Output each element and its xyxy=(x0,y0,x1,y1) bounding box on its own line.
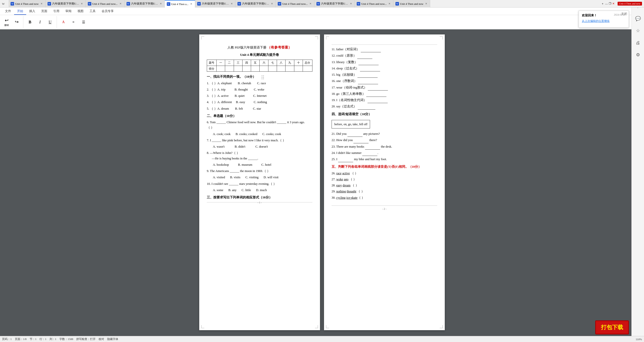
q11-line xyxy=(361,47,381,52)
q12: 12. could（原形） xyxy=(332,53,437,59)
tab-label-1: 六年级英语下学期Uni... xyxy=(52,2,79,6)
tab-close-5[interactable]: ✕ xyxy=(230,2,233,6)
tab-2[interactable]: WUnit 4 Then and now...✕ xyxy=(86,0,125,8)
tab-close-10[interactable]: ✕ xyxy=(424,2,428,6)
tab-9[interactable]: WUnit 4 Then and now...✕ xyxy=(355,0,393,8)
tab-10[interactable]: WUnit 4 Then and now✕ xyxy=(393,0,430,8)
font-color-btn[interactable]: A xyxy=(59,19,68,25)
ribbon-tab-insert[interactable]: 插入 xyxy=(26,8,38,15)
tab-close-4[interactable]: ✕ xyxy=(189,2,193,6)
right-sidebar: ↑ 💬 ☆ 🖨 ⚙ xyxy=(631,0,644,342)
q9-a: A. visited xyxy=(213,175,225,180)
bottom-line-r xyxy=(332,205,437,206)
q18-line xyxy=(366,91,386,97)
table-score-total xyxy=(303,66,312,72)
ribbon-tab-home[interactable]: 开始 xyxy=(14,8,26,15)
top-line xyxy=(332,45,437,45)
tab-icon-8: W xyxy=(316,2,320,6)
right-page: 11. father（对应词） 12. could（原形） 13. librar… xyxy=(324,34,445,330)
ribbon-tab-references[interactable]: 引用 xyxy=(50,8,62,15)
table-score-3 xyxy=(234,66,242,72)
q6-text: 6. Tom ______ Chinese food well now. But… xyxy=(207,120,312,125)
table-header-2: 二 xyxy=(225,60,234,66)
tab-5[interactable]: W六年级英语下学期Uni...✕ xyxy=(195,0,235,8)
bold-btn[interactable]: B xyxy=(25,19,34,25)
tab-6[interactable]: W六年级英语下学期Uni...✕ xyxy=(235,0,276,8)
q10-c: C. little xyxy=(242,188,251,193)
ribbon-tab-page[interactable]: 页面 xyxy=(38,8,50,15)
tab-label-3: 六年级英语下学期Uni... xyxy=(131,2,158,6)
tab-icon-2: W xyxy=(88,2,91,6)
table-score-10 xyxy=(294,66,303,72)
tab-close-2[interactable]: ✕ xyxy=(119,2,122,6)
underline-btn[interactable]: U xyxy=(46,19,55,25)
redo-icon: ↪ xyxy=(15,19,19,25)
q12-num: 12. could（原形） xyxy=(332,54,356,57)
tab-close-6[interactable]: ✕ xyxy=(270,2,273,6)
close-btn[interactable]: ✕ xyxy=(612,2,615,5)
q7-a: A. wasn't xyxy=(213,144,225,149)
q6-c: C. cooks; cook xyxy=(262,132,281,137)
ribbon-tab-review[interactable]: 审阅 xyxy=(62,8,74,15)
corner-tl xyxy=(201,36,204,39)
q1-num: 1. （ ）A. elephant xyxy=(207,81,232,86)
q3-num: 3. （ ）A. active xyxy=(207,93,229,99)
tab-close-0[interactable]: ✕ xyxy=(40,2,43,6)
header-red: （有参考答案） xyxy=(267,46,292,49)
q22-end: there? xyxy=(369,138,377,142)
tab-4[interactable]: WUnit 4 Then a...✕ xyxy=(165,0,195,8)
sidebar-settings-icon[interactable]: ⚙ xyxy=(633,50,642,59)
tab-close-7[interactable]: ✕ xyxy=(309,2,312,6)
welcome-link[interactable]: 从上次编辑的位置继续 xyxy=(582,19,626,23)
align-center-btn[interactable]: ☰ xyxy=(79,19,88,25)
tab-8[interactable]: W六年级英语下学期Uni...✕ xyxy=(314,0,355,8)
q10-options: A. some B. any C. little D. much xyxy=(213,188,312,193)
drag-handle[interactable] xyxy=(262,65,265,90)
tab-3[interactable]: W六年级英语下学期Uni...✕ xyxy=(125,0,165,8)
q8: 8. —Where is John?（ ） —He is buying book… xyxy=(207,150,312,167)
q2-b: B. thought xyxy=(234,87,248,92)
redo-btn[interactable]: ↪ xyxy=(12,18,21,26)
q13-line xyxy=(358,60,379,65)
q6: 6. Tom ______ Chinese food well now. But… xyxy=(207,120,312,137)
q12-line xyxy=(357,53,372,59)
login-btn[interactable]: Unit 4 Then and now xyxy=(618,2,642,6)
undo-btn[interactable]: ↩ 撤销 xyxy=(2,17,11,28)
table-score-2 xyxy=(225,66,234,72)
ribbon-tab-file[interactable]: 文件 xyxy=(2,8,14,15)
tab-close-3[interactable]: ✕ xyxy=(159,2,162,6)
tab-0[interactable]: WUnit 4 Then and now✕ xyxy=(9,0,45,8)
q25-num: 25. I xyxy=(332,157,338,161)
tab-close-9[interactable]: ✕ xyxy=(388,2,391,6)
italic-btn[interactable]: I xyxy=(35,19,45,25)
table-score-4 xyxy=(242,66,251,72)
minimize-btn[interactable]: — xyxy=(605,2,608,5)
q13: 13. library（复数） xyxy=(332,60,437,65)
q14-line xyxy=(360,66,380,71)
doc-subtitle: Unit 4 单元测试能力提升卷 xyxy=(207,52,312,58)
ribbon-tab-tools[interactable]: 工具 xyxy=(87,8,99,15)
q24-num: 24. I didn't like summer xyxy=(332,151,362,155)
new-tab-btn[interactable]: ＋ xyxy=(601,2,604,6)
tab-icon-0: W xyxy=(11,2,14,6)
italic-icon: I xyxy=(39,20,41,24)
tab-close-1[interactable]: ✕ xyxy=(80,2,83,6)
restore-btn[interactable]: ❐ xyxy=(609,2,611,5)
ribbon-tab-view[interactable]: 视图 xyxy=(74,8,87,15)
q26: 26. race active （ ） xyxy=(332,171,437,176)
welcome-close-btn[interactable]: 关闭 xyxy=(621,12,627,16)
ribbon-tab-vip[interactable]: 会员专享 xyxy=(99,8,117,15)
sidebar-comment-icon[interactable]: 💬 xyxy=(633,14,642,23)
table-score-8 xyxy=(277,66,286,72)
tab-close-8[interactable]: ✕ xyxy=(349,2,352,6)
align-left-btn[interactable]: ≡ xyxy=(69,19,78,25)
q20: 20. say（过去式） xyxy=(332,104,437,109)
window-actions[interactable]: ＋ — ❐ ✕ Unit 4 Then and now xyxy=(599,2,644,6)
tab-7[interactable]: WUnit 4 Then and now...✕ xyxy=(276,0,314,8)
q30-num: 30. cycling ice-skate（ ） xyxy=(332,196,365,199)
download-banner[interactable]: 打包下载 xyxy=(595,320,629,334)
sidebar-bookmark-icon[interactable]: ☆ xyxy=(633,26,642,35)
ribbon-content: ↩ 撤销 ↪ B I U A ≡ ☰ xyxy=(0,15,644,29)
sidebar-print-icon[interactable]: 🖨 xyxy=(633,38,642,47)
tab-1[interactable]: W六年级英语下学期Uni...✕ xyxy=(46,0,86,8)
